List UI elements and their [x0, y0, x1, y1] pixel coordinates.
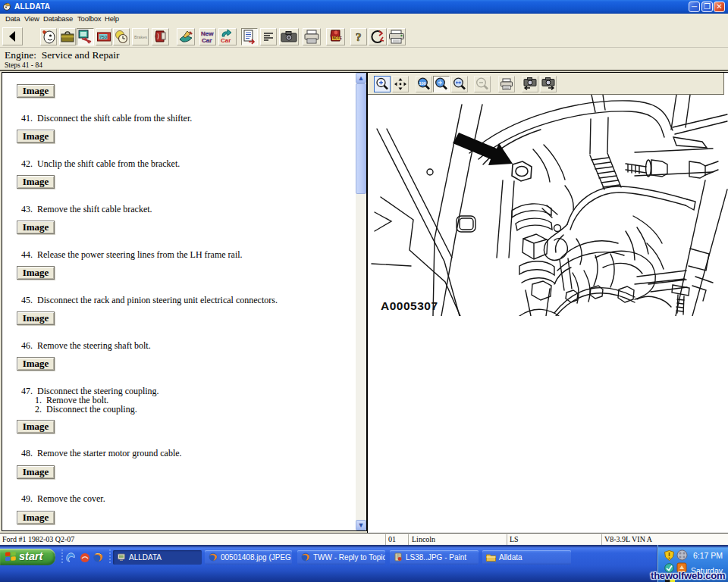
svg-text:100: 100 — [419, 81, 426, 86]
svg-text:New: New — [201, 30, 214, 37]
svg-text:NOTE: NOTE — [333, 36, 343, 40]
svg-text:750: 750 — [99, 35, 108, 39]
svg-text:?: ? — [356, 31, 362, 43]
svg-text:Brakes: Brakes — [134, 35, 147, 39]
svg-text:Car: Car — [221, 37, 231, 44]
svg-text:Car: Car — [202, 37, 212, 44]
svg-text:A0005307: A0005307 — [381, 299, 438, 312]
